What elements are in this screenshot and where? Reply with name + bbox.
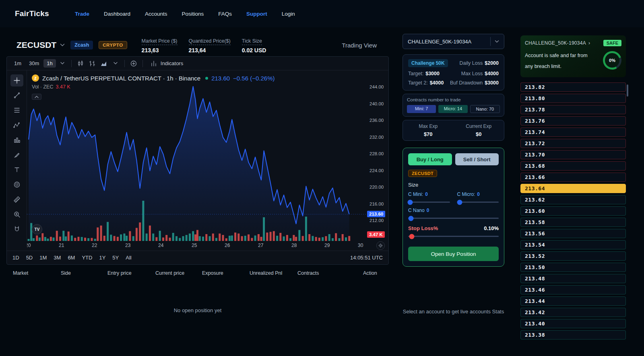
interval-dropdown-button[interactable] — [57, 58, 68, 69]
chevron-down-icon — [495, 40, 499, 43]
c-nano-slider[interactable] — [408, 218, 499, 219]
nav-item-trade[interactable]: Trade — [75, 11, 89, 17]
legend-collapse-button[interactable] — [32, 94, 41, 100]
ladder-row[interactable]: 213.42 — [520, 308, 626, 317]
time-axis[interactable]: 2021222324252627282930 — [7, 241, 388, 251]
ladder-row[interactable]: 213.58 — [520, 218, 626, 227]
ladder-row[interactable]: 213.78 — [520, 105, 626, 114]
ladder-row[interactable]: 213.44 — [520, 296, 626, 306]
nav-item-accounts[interactable]: Accounts — [145, 11, 167, 17]
quantized-price-value: 213,64 — [189, 47, 231, 54]
nav-item-login[interactable]: Login — [282, 11, 295, 17]
col-entry-price: Entry price — [107, 270, 155, 276]
chart-plot-area[interactable]: z Zcash / TetherUS PERPETUAL CONTRACT · … — [27, 70, 388, 241]
range-1y[interactable]: 1Y — [99, 255, 105, 261]
tool-brush-button[interactable] — [10, 149, 23, 161]
ladder-row[interactable]: 213.52 — [520, 251, 626, 261]
ladder-scrollbar-thumb[interactable] — [627, 84, 628, 97]
account-select-value: CHALLENGE_50K-19034A — [408, 39, 471, 45]
c-micro-slider-thumb[interactable] — [457, 200, 462, 205]
tool-forecast-button[interactable] — [10, 134, 23, 146]
sell-short-tab[interactable]: Sell / Short — [455, 153, 499, 165]
ladder-row[interactable]: 213.48 — [520, 274, 626, 283]
range-6m[interactable]: 6M — [68, 255, 75, 261]
style-dropdown-button[interactable] — [110, 58, 121, 69]
range-ytd[interactable]: YTD — [82, 255, 92, 261]
coin-badge: Zcash — [70, 41, 93, 49]
account-select[interactable]: CHALLENGE_50K-19034A — [402, 34, 504, 49]
ladder-row-current-price[interactable]: 213.64 — [520, 184, 626, 193]
tradingview-logo[interactable]: TV — [32, 224, 42, 235]
ladder-row[interactable]: 213.40 — [520, 319, 626, 328]
brand-logo[interactable]: FairTicks — [15, 9, 49, 18]
nav-item-positions[interactable]: Positions — [182, 11, 204, 17]
tool-fib-retracement-button[interactable] — [10, 104, 23, 116]
ladder-row[interactable]: 213.62 — [520, 195, 626, 204]
range-1d[interactable]: 1D — [12, 255, 19, 261]
ladder-row[interactable]: 213.60 — [520, 206, 626, 216]
range-3m[interactable]: 3M — [54, 255, 61, 261]
volume-tag: 3.47 K — [367, 231, 385, 238]
range-all[interactable]: All — [126, 255, 131, 261]
ladder-row[interactable]: 213.72 — [520, 139, 626, 148]
account-link[interactable]: CHALLENGE_50K-19034A — [525, 40, 586, 46]
candles-style-button[interactable] — [75, 58, 86, 69]
chevron-down-icon — [60, 43, 65, 47]
ladder-row[interactable]: 213.68 — [520, 161, 626, 171]
tool-trend-line-button[interactable] — [10, 89, 23, 101]
contracts-title: Contracts number to trade — [407, 97, 500, 102]
nav-item-support[interactable]: Support — [246, 11, 267, 17]
tool-emoji-button[interactable] — [10, 179, 23, 191]
stop-loss-slider[interactable] — [408, 236, 499, 237]
ladder-row[interactable]: 213.66 — [520, 173, 626, 182]
ladder-row[interactable]: 213.54 — [520, 240, 626, 249]
interval-1h-button[interactable]: 1h — [43, 59, 56, 68]
price-axis-label: 216.00 — [369, 202, 384, 206]
chart-settings-button[interactable] — [376, 241, 385, 250]
tool-measure-button[interactable] — [10, 193, 23, 206]
symbol-selector[interactable]: ZECUSDT — [17, 40, 65, 50]
price-axis-label: 224.00 — [369, 168, 384, 173]
interval-1m-button[interactable]: 1m — [11, 59, 25, 68]
interval-30m-button[interactable]: 30m — [26, 59, 42, 68]
nav-item-faqs[interactable]: FAQs — [218, 11, 232, 17]
tool-magnet-button[interactable] — [10, 223, 23, 235]
range-5d[interactable]: 5D — [26, 255, 33, 261]
tool-pattern-button[interactable] — [10, 119, 23, 131]
ladder-row[interactable]: 213.56 — [520, 229, 626, 238]
ladder-row[interactable]: 213.50 — [520, 263, 626, 272]
tool-zoom-button[interactable] — [10, 208, 23, 220]
area-chart-style-button[interactable] — [99, 58, 109, 69]
ladder-row[interactable]: 213.46 — [520, 285, 626, 294]
range-bar: 1D 5D 1M 3M 6M YTD 1Y 5Y All 14:05:51 UT… — [7, 251, 388, 264]
c-mini-slider[interactable] — [408, 202, 450, 203]
ladder-row[interactable]: 213.80 — [520, 94, 626, 103]
compare-button[interactable] — [128, 58, 139, 69]
c-nano-slider-thumb[interactable] — [408, 216, 413, 221]
ladder-price: 213.42 — [525, 309, 545, 315]
range-1m[interactable]: 1M — [39, 255, 47, 261]
price-axis[interactable]: 212.00216.00220.00224.00228.00232.00236.… — [366, 70, 388, 241]
tool-text-button[interactable] — [10, 164, 23, 176]
indicators-button[interactable]: Indicators — [148, 60, 186, 68]
mini-contracts-pill: Mini: 7 — [407, 105, 436, 113]
select-divider — [490, 37, 491, 46]
stop-loss-slider-thumb[interactable] — [409, 234, 415, 239]
col-market: Market — [13, 270, 61, 276]
col-exposure: Exposure — [202, 270, 250, 276]
range-5y[interactable]: 5Y — [112, 255, 119, 261]
ladder-row[interactable]: 213.70 — [520, 150, 626, 159]
c-micro-slider[interactable] — [457, 202, 499, 203]
ladder-price: 213.64 — [525, 185, 545, 191]
tool-crosshair-button[interactable] — [10, 74, 23, 86]
buy-long-tab[interactable]: Buy / Long — [408, 153, 452, 165]
ladder-row[interactable]: 213.38 — [520, 330, 626, 340]
ladder-row[interactable]: 213.82 — [520, 82, 626, 92]
bars-style-button[interactable] — [87, 58, 97, 69]
ladder-row[interactable]: 213.76 — [520, 116, 626, 126]
c-mini-slider-thumb[interactable] — [408, 200, 413, 205]
open-buy-position-button[interactable]: Open Buy Position — [408, 247, 499, 261]
safety-message: Account is safe and far from any breach … — [525, 50, 603, 72]
nav-item-dashboard[interactable]: Dashboard — [104, 11, 130, 17]
ladder-row[interactable]: 213.74 — [520, 128, 626, 137]
